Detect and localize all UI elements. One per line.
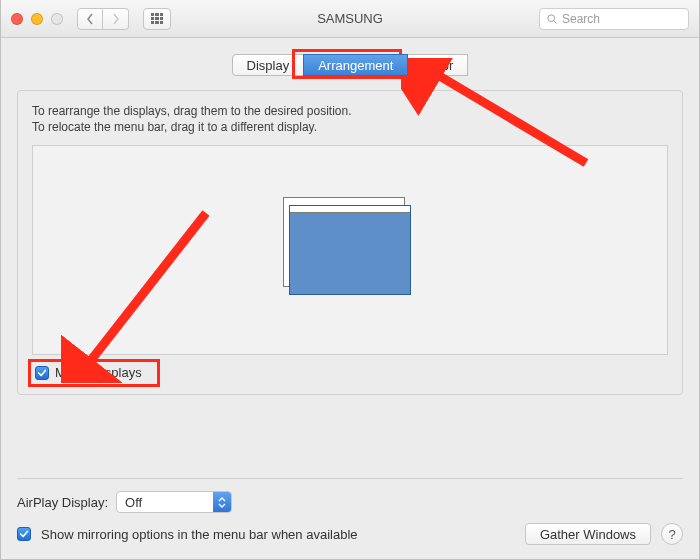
displays-preferences-window: SAMSUNG Display Arrangement Color To rea… bbox=[0, 0, 700, 560]
tabs-row: Display Arrangement Color bbox=[17, 54, 683, 76]
chevron-updown-icon bbox=[213, 492, 231, 512]
last-row: Show mirroring options in the menu bar w… bbox=[17, 523, 683, 545]
nav-buttons bbox=[77, 8, 129, 30]
tab-display[interactable]: Display bbox=[232, 54, 305, 76]
back-button[interactable] bbox=[77, 8, 103, 30]
airplay-select[interactable]: Off bbox=[116, 491, 232, 513]
svg-line-1 bbox=[554, 20, 557, 23]
close-button[interactable] bbox=[11, 13, 23, 25]
tab-segment: Display Arrangement Color bbox=[232, 54, 469, 76]
display-stack[interactable] bbox=[289, 205, 411, 295]
traffic-lights bbox=[11, 13, 63, 25]
search-field[interactable] bbox=[539, 8, 689, 30]
mirror-displays-checkbox[interactable] bbox=[35, 366, 49, 380]
search-icon bbox=[546, 13, 558, 25]
mirror-displays-label: Mirror Displays bbox=[55, 365, 142, 380]
titlebar: SAMSUNG bbox=[1, 0, 699, 38]
airplay-select-value: Off bbox=[117, 495, 213, 510]
arrangement-canvas[interactable] bbox=[32, 145, 668, 355]
tab-arrangement[interactable]: Arrangement bbox=[303, 54, 408, 76]
grid-icon bbox=[151, 13, 163, 25]
show-mirroring-checkbox[interactable] bbox=[17, 527, 31, 541]
show-all-button[interactable] bbox=[143, 8, 171, 30]
separator bbox=[17, 478, 683, 479]
show-mirroring-label: Show mirroring options in the menu bar w… bbox=[41, 527, 515, 542]
bottom-section: AirPlay Display: Off Show mirroring opti… bbox=[17, 466, 683, 545]
forward-button[interactable] bbox=[103, 8, 129, 30]
content-area: Display Arrangement Color To rearrange t… bbox=[1, 38, 699, 559]
primary-display[interactable] bbox=[289, 205, 411, 295]
airplay-row: AirPlay Display: Off bbox=[17, 491, 683, 513]
tab-color[interactable]: Color bbox=[407, 54, 468, 76]
check-icon bbox=[19, 529, 29, 539]
gather-windows-button[interactable]: Gather Windows bbox=[525, 523, 651, 545]
instruction-line-2: To relocate the menu bar, drag it to a d… bbox=[32, 119, 668, 135]
minimize-button[interactable] bbox=[31, 13, 43, 25]
check-icon bbox=[37, 368, 47, 378]
svg-point-0 bbox=[548, 14, 555, 21]
zoom-button[interactable] bbox=[51, 13, 63, 25]
instruction-line-1: To rearrange the displays, drag them to … bbox=[32, 103, 668, 119]
menu-bar-strip[interactable] bbox=[290, 206, 410, 213]
mirror-displays-row: Mirror Displays bbox=[32, 363, 145, 382]
arrangement-panel: To rearrange the displays, drag them to … bbox=[17, 90, 683, 395]
airplay-label: AirPlay Display: bbox=[17, 495, 108, 510]
search-input[interactable] bbox=[562, 12, 682, 26]
help-button[interactable]: ? bbox=[661, 523, 683, 545]
